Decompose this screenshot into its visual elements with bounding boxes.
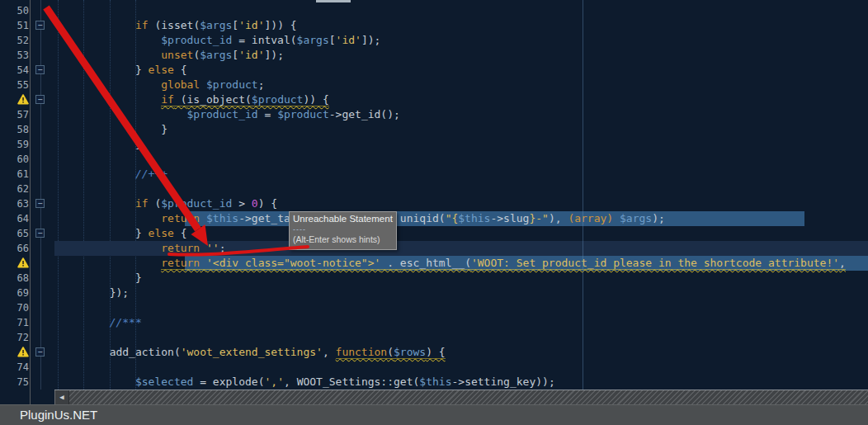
gutter-row[interactable]: 72 <box>0 330 54 345</box>
gutter-row[interactable]: 69 <box>0 286 54 300</box>
token <box>58 346 110 358</box>
gutter-row[interactable]: 75 <box>0 375 54 390</box>
line-number: 50 <box>17 3 29 18</box>
gutter-row[interactable]: 64 <box>0 211 54 226</box>
token: )) { <box>303 93 328 106</box>
gutter-row[interactable]: 65− <box>0 226 54 241</box>
gutter-row[interactable]: 63− <box>0 196 54 211</box>
token: return <box>161 212 200 224</box>
code-row[interactable]: } else { <box>54 63 868 78</box>
gutter-row[interactable]: 59 <box>0 137 54 152</box>
fold-marker[interactable]: − <box>35 21 45 30</box>
code-row[interactable]: //+++ <box>54 167 868 182</box>
code-row[interactable] <box>54 330 868 345</box>
code-row[interactable]: unset($args['id']); <box>54 48 868 63</box>
code-row[interactable]: } else { <box>54 226 868 241</box>
code-row[interactable]: $product_id = intval($args['id']); <box>54 33 868 48</box>
code-row[interactable]: if ($product_id > 0) { <box>54 196 868 211</box>
gutter-row[interactable]: 50 <box>0 3 54 18</box>
token: ])) { <box>264 19 296 31</box>
line-number: 70 <box>17 300 29 315</box>
gutter-row[interactable]: 60 <box>0 152 54 167</box>
gutter-row[interactable]: 57 <box>0 107 54 122</box>
code-row[interactable]: }); <box>54 286 868 300</box>
tooltip-separator: ---- <box>293 225 393 234</box>
token: $product <box>206 78 258 91</box>
token: isset <box>161 19 193 31</box>
gutter-row[interactable]: − <box>0 92 54 107</box>
line-number: 54 <box>17 63 29 78</box>
gutter-row[interactable]: 66 <box>0 241 54 256</box>
token: , <box>839 257 846 270</box>
code-row[interactable]: } <box>54 122 868 137</box>
token: ( <box>245 93 252 106</box>
token: uniqid( <box>400 212 446 224</box>
code-row[interactable]: global $product; <box>54 78 868 92</box>
code-row[interactable] <box>54 3 868 18</box>
code-row[interactable]: $selected = explode(',', WOOT_Settings::… <box>54 375 868 390</box>
scroll-left-button[interactable]: ◀ <box>54 390 69 404</box>
code-row[interactable] <box>54 300 868 315</box>
token <box>58 138 135 150</box>
token: $this <box>458 212 490 224</box>
gutter-row[interactable]: 58 <box>0 122 54 137</box>
gutter-row[interactable]: 55 <box>0 78 54 92</box>
code-row[interactable] <box>54 182 868 196</box>
fold-marker[interactable]: − <box>35 95 45 104</box>
fold-marker[interactable]: − <box>35 229 45 238</box>
token: '' <box>206 242 219 254</box>
token <box>58 108 187 120</box>
code-row[interactable]: return $this->get_table($product_id, uni… <box>54 211 868 226</box>
code-row[interactable]: return '<div class="woot-notice">' . esc… <box>54 256 868 271</box>
token: )); <box>535 375 554 388</box>
gutter-row[interactable]: 53 <box>0 48 54 63</box>
fold-marker[interactable]: − <box>35 199 45 208</box>
code-row[interactable]: if (is_object($product)) { <box>54 92 868 107</box>
gutter-row[interactable]: 51− <box>0 18 54 33</box>
gutter-row[interactable]: 61 <box>0 167 54 182</box>
code-editor-pane[interactable]: if (isset($args['id'])) { $product_id = … <box>54 0 868 390</box>
gutter-row[interactable]: 54− <box>0 63 54 78</box>
token: ; <box>219 242 226 254</box>
gutter-row[interactable] <box>0 256 54 271</box>
token: ( <box>174 93 187 106</box>
token: return <box>161 257 200 270</box>
gutter-row[interactable]: 62 <box>0 182 54 196</box>
token: ( <box>465 257 471 270</box>
code-text: return '<div class="woot-notice">' . esc… <box>58 256 846 271</box>
scrollbar-track[interactable] <box>69 390 868 404</box>
code-row[interactable]: if (isset($args['id'])) { <box>54 18 868 33</box>
gutter-row[interactable]: − <box>0 345 54 360</box>
status-bar: PluginUs.NET <box>0 404 868 425</box>
line-number: 59 <box>17 137 29 152</box>
code-row[interactable]: return ''; <box>54 241 868 256</box>
fold-marker[interactable]: − <box>35 65 45 74</box>
fold-marker[interactable]: − <box>35 347 45 357</box>
code-row[interactable]: } <box>54 137 868 152</box>
gutter-row[interactable]: 71 <box>0 315 54 330</box>
code-row[interactable]: //*** <box>54 315 868 330</box>
code-row[interactable] <box>54 360 868 375</box>
gutter-row[interactable]: 70 <box>0 300 54 315</box>
token: esc_html__ <box>400 257 465 270</box>
token: 'id' <box>238 19 264 31</box>
token <box>58 123 161 135</box>
token: $this <box>206 212 238 224</box>
editor-gutter: 5051−525354−55 −57585960616263−6465−66 6… <box>0 0 54 404</box>
code-row[interactable]: } <box>54 271 868 286</box>
code-row[interactable] <box>54 152 868 167</box>
line-number: 61 <box>17 167 29 182</box>
horizontal-scrollbar[interactable]: ◀ <box>54 390 868 404</box>
token <box>200 242 206 254</box>
token: $product_id <box>161 197 232 210</box>
code-row[interactable]: $product_id = $product->get_id(); <box>54 107 868 122</box>
code-row[interactable]: add_action('woot_extend_settings', funct… <box>54 345 868 360</box>
gutter-row[interactable]: 52 <box>0 33 54 48</box>
line-number: 75 <box>17 375 29 390</box>
token: = <box>258 108 277 120</box>
token: ->slug <box>490 212 529 224</box>
gutter-row[interactable]: 68 <box>0 271 54 286</box>
gutter-row[interactable]: 74 <box>0 360 54 375</box>
token: > <box>232 197 251 210</box>
token: ); <box>652 212 665 224</box>
